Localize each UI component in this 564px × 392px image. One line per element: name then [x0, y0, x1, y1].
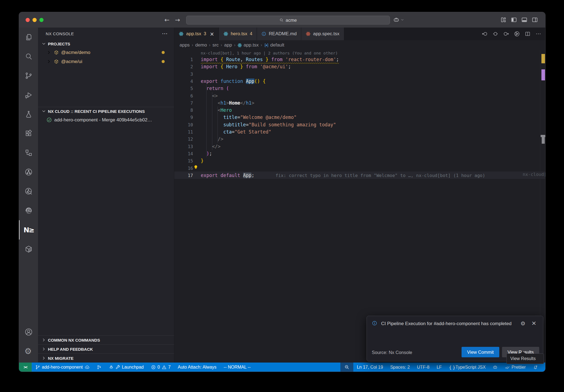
minimize-window-button[interactable] [32, 18, 37, 22]
close-tab-icon[interactable]: × [210, 31, 214, 37]
react-icon [223, 31, 228, 36]
launchpad[interactable]: Launchpad [105, 363, 147, 372]
history-nav: ← → [164, 12, 180, 28]
collapsed-section-common-nx-commands[interactable]: COMMON NX COMMANDS [38, 335, 174, 344]
copilot[interactable] [489, 363, 501, 372]
breadcrumb-item-demo[interactable]: demo [195, 42, 207, 48]
code-line-2: 2import { Hero } from '@acme/ui'; [174, 63, 545, 70]
chevron-down-icon [41, 41, 46, 46]
tab-app-spec-tsx[interactable]: app.spec.tsx [301, 28, 344, 40]
breadcrumb-item-apps[interactable]: apps [180, 42, 190, 48]
activity-item-extensions[interactable] [19, 124, 38, 143]
collapsed-section-help-and-feedback[interactable]: HELP AND FEEDBACK [38, 344, 174, 353]
activity-item-edge-browser[interactable] [19, 201, 38, 220]
chevron-right-icon [41, 356, 46, 361]
code-line-17: 17export default App; fix: correct typo … [174, 172, 545, 179]
close-window-button[interactable] [26, 18, 30, 22]
breadcrumb-item-src[interactable]: src [212, 42, 219, 48]
project-tree-item[interactable]: @acme/demo [38, 48, 174, 57]
activity-item-settings[interactable]: ⚙ [19, 342, 38, 361]
activity-bar: N≥⚙ [19, 28, 38, 363]
desktop: { "colors": { "status_bar": "#0078d4", "… [0, 0, 564, 392]
nav-back-circle-icon[interactable] [482, 31, 488, 37]
project-tree-item[interactable]: @acme/ui [38, 57, 174, 66]
projects-section-header[interactable]: PROJECTS [38, 40, 174, 48]
chevron-right-icon [41, 337, 46, 342]
indentation[interactable]: Spaces: 2 [387, 363, 413, 372]
toggle-sidebar-left-icon[interactable] [511, 17, 517, 23]
toggle-panel-icon[interactable] [521, 17, 528, 23]
line-number: 2 [174, 63, 193, 70]
activity-item-type-hierarchy[interactable] [19, 143, 38, 162]
bell-dot-icon [533, 365, 538, 370]
auto-attach[interactable]: Auto Attach: Always [174, 363, 220, 372]
tab-README-md[interactable]: README.md [257, 28, 301, 40]
remote-indicator[interactable]: >< [19, 363, 32, 372]
account-icon [25, 328, 33, 336]
notification-close-icon[interactable]: × [532, 320, 536, 326]
graph-search-circle-icon [25, 187, 33, 195]
code-line-8: 8 <Hero [174, 107, 545, 114]
breadcrumb-item-app-tsx[interactable]: app.tsx [237, 42, 259, 48]
cursor-position[interactable]: Ln 17, Col 19 [353, 363, 387, 372]
line-number: 10 [174, 121, 193, 129]
braces-icon: { } [449, 365, 454, 370]
customize-layout-icon[interactable] [500, 17, 507, 23]
copilot-menu[interactable] [393, 16, 404, 24]
activity-item-package-explorer[interactable] [19, 239, 38, 259]
activity-item-accounts[interactable] [19, 322, 38, 342]
chevron-right-icon [41, 347, 46, 352]
language-mode[interactable]: { }TypeScript JSX [445, 363, 489, 372]
activity-item-run-debug[interactable] [19, 85, 38, 105]
breadcrumb-item-app[interactable]: app [224, 42, 232, 48]
code-line-10: 10 subtitle="Build something amazing tod… [174, 121, 545, 129]
eol[interactable]: LF [433, 363, 445, 372]
code-line-11: 11 cta="Get Started" [174, 128, 545, 136]
activity-item-testing[interactable] [19, 105, 38, 124]
git-graph[interactable] [93, 363, 105, 372]
toggle-sidebar-right-icon[interactable] [532, 17, 538, 23]
nav-forward-circle-icon[interactable] [503, 31, 509, 37]
back-arrow-icon[interactable]: ← [164, 17, 169, 23]
forward-arrow-icon[interactable]: → [175, 17, 180, 23]
vim-mode[interactable]: -- NORMAL -- [220, 363, 254, 372]
notification-settings-gear-icon[interactable]: ⚙ [520, 320, 526, 326]
tab-hero-tsx[interactable]: hero.tsx4 [219, 28, 257, 40]
nav-circle-icon[interactable] [492, 31, 498, 37]
line-number: 14 [174, 150, 193, 157]
encoding[interactable]: UTF-8 [413, 363, 433, 372]
run-debug-icon [25, 91, 33, 99]
nx-run-graph-icon[interactable] [514, 31, 520, 37]
command-center-search[interactable]: acme [186, 16, 390, 24]
split-editor-icon[interactable] [525, 31, 531, 37]
breadcrumb-item-default[interactable]: default [264, 42, 284, 48]
view-commit-button[interactable]: View Commit [462, 347, 499, 357]
maximize-window-button[interactable] [39, 18, 44, 22]
line-number: 8 [174, 107, 193, 114]
collapsed-section-nx-migrate[interactable]: NX MIGRATE [38, 353, 174, 363]
nx-logo-icon: N≥ [24, 226, 34, 234]
nx-cloud-section-header[interactable]: NX CLOUD :: RECENT CI PIPELINE EXECUTION… [38, 107, 174, 115]
more-actions-icon[interactable] [535, 31, 541, 37]
extensions-icon [25, 129, 33, 138]
breadcrumb-separator: › [209, 43, 210, 48]
package-icon [25, 245, 33, 253]
activity-item-search[interactable] [19, 47, 38, 66]
info-icon [372, 320, 377, 326]
activity-item-explorer[interactable] [19, 28, 38, 47]
sidebar: NX CONSOLE ⋯ PROJECTS@acme/demo@acme/ui … [38, 28, 174, 363]
editor-group: app.tsx3×hero.tsx4README.mdapp.spec.tsx … [174, 28, 545, 363]
tab-app-tsx[interactable]: app.tsx3× [174, 28, 219, 40]
git-branch[interactable]: add-hero-component [32, 363, 93, 372]
problems[interactable]: 07 [147, 363, 174, 372]
code-line-15: 15} [174, 157, 545, 165]
activity-item-nx-cloud-graph[interactable] [19, 162, 38, 182]
pipeline-execution-item[interactable]: add-hero-component - Merge 409b44e5cb02… [38, 115, 174, 124]
more-actions-icon[interactable]: ⋯ [162, 32, 168, 35]
code-line-1: 1import { Route, Routes } from 'react-ro… [174, 56, 545, 63]
activity-item-source-control[interactable] [19, 66, 38, 85]
zoom-indicator[interactable] [340, 363, 353, 372]
activity-item-nx-console[interactable]: N≥ [19, 220, 38, 239]
activity-item-nx-project-details[interactable] [19, 182, 38, 201]
lightbulb-icon[interactable] [193, 165, 199, 170]
